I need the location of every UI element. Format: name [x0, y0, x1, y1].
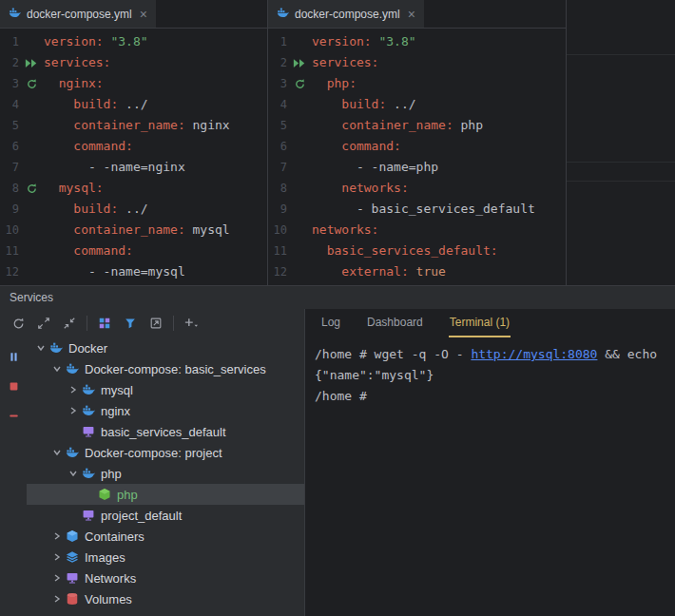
services-panel-title: Services: [0, 286, 675, 309]
console-pane: Log Dashboard Terminal (1) /home # wget …: [304, 309, 675, 616]
close-icon[interactable]: ×: [138, 8, 147, 21]
tree-item[interactable]: Volumes: [27, 588, 304, 609]
code-line: 5 container_name: nginx: [0, 115, 267, 136]
code-token: nginx:: [44, 76, 104, 90]
code-token: ../: [125, 202, 147, 216]
restart-service-icon[interactable]: [19, 183, 44, 195]
code-editor-right[interactable]: 1 version: "3.8" 2 services: 3: [268, 29, 566, 285]
chevron-icon[interactable]: [65, 470, 81, 477]
code-token: external:: [312, 264, 416, 279]
tree-item-label: Images: [85, 550, 125, 565]
editor-tab-docker-compose[interactable]: docker-compose.yml ×: [268, 0, 424, 28]
chevron-icon[interactable]: [65, 407, 81, 414]
tree-item[interactable]: Docker: [27, 337, 304, 358]
code-text: command:: [312, 136, 401, 157]
tree-item[interactable]: Containers: [27, 526, 304, 547]
run-services-icon[interactable]: [287, 58, 312, 68]
docker-file-icon: [277, 7, 289, 22]
tree-item[interactable]: Images: [27, 547, 304, 568]
chevron-icon[interactable]: [48, 449, 65, 456]
code-text: external: true: [312, 261, 446, 282]
filter-icon[interactable]: [122, 315, 139, 332]
chevron-icon[interactable]: [48, 553, 65, 561]
tab-terminal[interactable]: Terminal (1): [449, 309, 511, 337]
editor-tab-label: docker-compose.yml: [295, 8, 400, 21]
group-by-icon[interactable]: [96, 315, 113, 332]
code-token: container_name:: [44, 118, 193, 132]
code-token: mysql:: [44, 181, 104, 195]
line-number: 5: [268, 115, 287, 136]
close-icon[interactable]: ×: [406, 8, 415, 21]
tab-log[interactable]: Log: [320, 309, 341, 337]
code-token: services:: [44, 55, 110, 69]
run-services-icon[interactable]: [19, 58, 44, 68]
tab-dashboard[interactable]: Dashboard: [366, 309, 424, 337]
code-text: mysql:: [44, 178, 104, 199]
line-number: 8: [0, 178, 19, 199]
line-number: 10: [268, 220, 287, 241]
code-token: ../: [394, 97, 415, 111]
tree-item-label: Docker-compose: project: [85, 446, 222, 460]
code-token: build:: [44, 202, 125, 216]
chevron-icon[interactable]: [48, 532, 65, 540]
tree-item[interactable]: php: [27, 484, 304, 505]
terminal-text: && echo: [597, 347, 657, 361]
add-service-icon[interactable]: [183, 315, 200, 332]
code-text: build: ../: [312, 94, 416, 115]
code-token: - -name=nginx: [44, 160, 185, 174]
show-containers-icon[interactable]: [147, 315, 164, 332]
tree-item[interactable]: nginx: [27, 400, 304, 421]
terminal-link[interactable]: http://mysql:8080: [471, 347, 597, 361]
code-text: networks:: [312, 220, 378, 241]
tree-item[interactable]: Networks: [27, 568, 304, 588]
docker-compose-icon: [65, 445, 80, 460]
refresh-icon[interactable]: [10, 315, 27, 332]
tree-item[interactable]: php: [27, 463, 304, 484]
toolbar-separator: [173, 316, 174, 331]
terminal-output[interactable]: /home # wget -q -O - http://mysql:8080 &…: [305, 337, 675, 616]
tree-item-label: Docker-compose: basic_services: [85, 362, 266, 376]
line-number: 3: [0, 73, 19, 94]
chevron-icon[interactable]: [65, 386, 81, 394]
editor-tab-docker-compose[interactable]: docker-compose.yml ×: [0, 0, 156, 28]
code-token: container_name:: [44, 222, 193, 237]
restart-service-icon[interactable]: [19, 78, 44, 90]
code-editor-left[interactable]: 1 version: "3.8" 2 services: 3: [0, 29, 267, 285]
code-line: 6 command:: [0, 136, 267, 157]
editor-area: docker-compose.yml × 1 version: "3.8" 2: [0, 0, 675, 285]
line-number: 7: [268, 157, 287, 178]
code-line: 7 - -name=php: [268, 157, 566, 178]
restart-service-icon[interactable]: [287, 78, 312, 90]
code-line: 11 command:: [0, 241, 267, 261]
images-icon: [65, 549, 80, 565]
line-number: 1: [268, 31, 287, 52]
editor-tab-bar-left: docker-compose.yml ×: [0, 0, 267, 29]
chevron-icon[interactable]: [48, 595, 65, 603]
tree-item[interactable]: project_default: [27, 505, 304, 526]
docker-service-icon: [81, 403, 96, 418]
line-number: 10: [0, 220, 19, 241]
code-token: php: [461, 118, 483, 132]
delete-icon[interactable]: [6, 408, 21, 423]
tree-item[interactable]: mysql: [27, 379, 304, 400]
code-line: 10 networks:: [268, 220, 566, 241]
expand-all-icon[interactable]: [35, 315, 52, 332]
tree-item[interactable]: Docker-compose: basic_services: [27, 358, 304, 379]
code-token: version:: [312, 34, 378, 48]
chevron-icon[interactable]: [32, 344, 48, 352]
code-line: 1 version: "3.8": [0, 31, 267, 52]
code-token: build:: [312, 97, 394, 111]
services-left-pane: Docker Docker-compose: basic_services my…: [0, 309, 304, 616]
volumes-icon: [65, 591, 80, 606]
chevron-icon[interactable]: [48, 365, 65, 373]
code-line: 12 - -name=mysql: [0, 261, 267, 282]
code-text: - -name=mysql: [44, 261, 185, 282]
stop-icon[interactable]: [6, 378, 21, 394]
code-text: - -name=php: [312, 157, 438, 178]
tree-item[interactable]: Docker-compose: project: [27, 442, 304, 463]
pause-icon[interactable]: [6, 349, 21, 364]
tree-item[interactable]: basic_services_default: [27, 421, 304, 442]
chevron-icon[interactable]: [48, 574, 65, 582]
code-line: 12 external: true: [268, 261, 566, 282]
collapse-all-icon[interactable]: [61, 315, 78, 332]
